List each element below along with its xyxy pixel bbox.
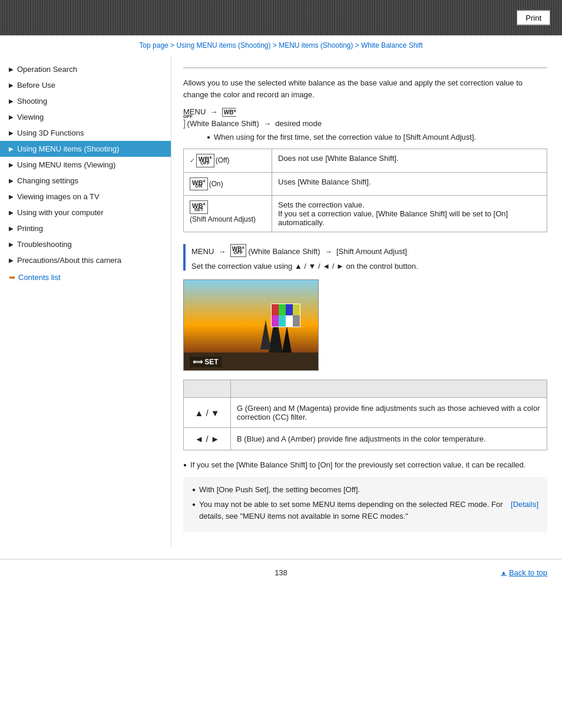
color-cell-4 — [293, 304, 300, 315]
section2-text: Set the correction value using ▲ / ▼ / ◄… — [191, 262, 547, 271]
arrow-icon: ▶ — [9, 241, 14, 248]
sidebar-item-menu-viewing[interactable]: ▶ Using MENU items (Viewing) — [0, 157, 171, 173]
color-cell-7 — [286, 315, 293, 327]
recall-note: If you set the [White Balance Shift] to … — [183, 459, 547, 471]
table-row: ◄ / ► B (Blue) and A (Amber) provide fin… — [184, 428, 547, 450]
sidebar-item-before-use[interactable]: ▶ Before Use — [0, 77, 171, 93]
col-header-2 — [231, 380, 547, 398]
triangle-icon: ▲ — [501, 569, 507, 576]
note-line-2: You may not be able to set some MENU ite… — [192, 499, 538, 523]
header-bar: Print — [0, 0, 562, 35]
sidebar: ▶ Operation Search ▶ Before Use ▶ Shooti… — [0, 55, 171, 547]
key-cell: ◄ / ► — [184, 428, 231, 450]
sidebar-item-viewing-tv[interactable]: ▶ Viewing images on a TV — [0, 189, 171, 205]
arrow-icon: ▶ — [9, 225, 14, 232]
back-to-top-link[interactable]: ▲ Back to top — [501, 568, 547, 577]
table-row: ✓ WB±OFF (Off) Does not use [White Balan… — [184, 149, 547, 173]
color-cell-8 — [293, 315, 300, 327]
tree-2 — [260, 320, 271, 350]
table-cell-desc: Sets the correction value. If you set a … — [272, 196, 547, 232]
table-cell-icon: ✓ WB±OFF (Off) — [184, 149, 272, 173]
arrow-icon: ▶ — [9, 98, 14, 104]
arrow-icon: ▶ — [9, 130, 14, 136]
main-layout: ▶ Operation Search ▶ Before Use ▶ Shooti… — [0, 55, 562, 547]
sidebar-item-3d[interactable]: ▶ Using 3D Functions — [0, 125, 171, 141]
arrow-icon: ▶ — [9, 177, 14, 184]
breadcrumb: Top page > Using MENU items (Shooting) >… — [0, 35, 562, 55]
table-cell-desc: Uses [White Balance Shift]. — [272, 172, 547, 196]
sidebar-item-troubleshooting[interactable]: ▶ Troubleshooting — [0, 236, 171, 252]
arrow-right-icon: ➡ — [9, 273, 15, 282]
main-table: ✓ WB±OFF (Off) Does not use [White Balan… — [183, 149, 547, 232]
breadcrumb-shooting[interactable]: Using MENU items (Shooting) — [176, 41, 270, 50]
page-number: 138 — [192, 568, 369, 577]
table-cell-icon: WB±SET (Shift Amount Adjust) — [184, 196, 272, 232]
tree-3 — [282, 326, 292, 353]
breadcrumb-white-balance[interactable]: White Balance Shift — [361, 41, 423, 50]
page-title-line — [183, 64, 547, 68]
note-line-1: With [One Push Set], the setting becomes… — [192, 484, 538, 496]
arrow-icon: ▶ — [9, 146, 14, 152]
footer-right: ▲ Back to top — [370, 568, 547, 577]
arrow-icon: ▶ — [9, 82, 14, 88]
arrow-icon: ▶ — [9, 162, 14, 168]
second-table: ▲ / ▼ G (Green) and M (Magenta) provide … — [183, 380, 547, 450]
key-cell: ▲ / ▼ — [184, 398, 231, 428]
footer: 138 ▲ Back to top — [0, 559, 562, 586]
first-bullet: When using for the first time, set the c… — [207, 133, 547, 141]
arrow-icon: ▶ — [9, 66, 14, 73]
sidebar-item-precautions[interactable]: ▶ Precautions/About this camera — [0, 252, 171, 268]
table-row: ▲ / ▼ G (Green) and M (Magenta) provide … — [184, 398, 547, 428]
sidebar-item-operation-search[interactable]: ▶ Operation Search — [0, 61, 171, 77]
sidebar-item-shooting[interactable]: ▶ Shooting — [0, 93, 171, 109]
color-cell-1 — [272, 304, 279, 315]
value-cell: B (Blue) and A (Amber) provide fine adju… — [231, 428, 547, 450]
sidebar-item-menu-shooting[interactable]: ▶ Using MENU items (Shooting) — [0, 141, 171, 157]
sidebar-item-computer[interactable]: ▶ Using with your computer — [0, 205, 171, 220]
arrow-icon: ▶ — [9, 114, 14, 120]
table-header-row — [184, 380, 547, 398]
arrow-icon: ▶ — [9, 209, 14, 216]
note-box: With [One Push Set], the setting becomes… — [183, 477, 547, 532]
details-link[interactable]: [Details] — [511, 499, 538, 523]
breadcrumb-top[interactable]: Top page — [139, 41, 168, 50]
value-cell: G (Green) and M (Magenta) provide fine a… — [231, 398, 547, 428]
breadcrumb-menu-items[interactable]: MENU items (Shooting) — [279, 41, 353, 50]
contents-list-link[interactable]: ➡ Contents list — [0, 268, 171, 286]
print-button[interactable]: Print — [517, 11, 550, 25]
table-row: WB±ON (On) Uses [White Balance Shift]. — [184, 172, 547, 196]
arrow-icon: ▶ — [9, 193, 14, 200]
section-shift-amount: MENU → WB±OFF (White Balance Shift) → [S… — [183, 244, 547, 271]
sidebar-item-printing[interactable]: ▶ Printing — [0, 220, 171, 236]
sidebar-item-viewing[interactable]: ▶ Viewing — [0, 109, 171, 125]
sidebar-item-changing-settings[interactable]: ▶ Changing settings — [0, 173, 171, 189]
color-grid — [271, 304, 300, 327]
color-cell-2 — [279, 304, 286, 315]
description-text: Allows you to use the selected white bal… — [183, 77, 547, 100]
table-row: WB±SET (Shift Amount Adjust) Sets the co… — [184, 196, 547, 232]
table-cell-desc: Does not use [White Balance Shift]. — [272, 149, 547, 173]
wb-shift-image: ⟺ SET — [183, 279, 319, 371]
image-label: ⟺ SET — [190, 357, 222, 367]
arrow-icon: ▶ — [9, 257, 14, 263]
menu-path-2: MENU → WB±OFF (White Balance Shift) → [S… — [191, 244, 547, 257]
color-cell-6 — [279, 315, 286, 327]
table-cell-icon: WB±ON (On) — [184, 172, 272, 196]
main-content: Allows you to use the selected white bal… — [171, 55, 562, 547]
col-header-1 — [184, 380, 231, 398]
menu-path-1: MENU → WB±OFF (White Balance Shift) → de… — [183, 107, 547, 128]
color-cell-5 — [272, 315, 279, 327]
color-cell-3 — [286, 304, 293, 315]
